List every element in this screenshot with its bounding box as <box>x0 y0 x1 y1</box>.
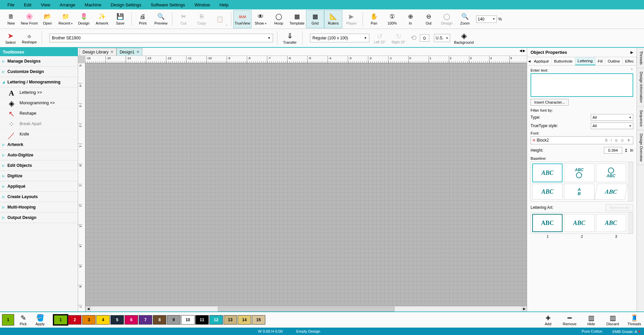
color-swatch-5[interactable]: 5 <box>110 315 124 325</box>
units-combo[interactable]: U.S.▼ <box>434 34 450 42</box>
truetype-combo[interactable]: All▼ <box>591 122 633 129</box>
remove-color-button[interactable]: −Remove <box>562 314 577 326</box>
color-swatch-8[interactable]: 8 <box>153 315 166 325</box>
docker-design-overview[interactable]: Design Overview <box>637 130 644 165</box>
recent-button[interactable]: 📁Recent <box>57 10 75 28</box>
canvas-grid[interactable] <box>86 63 527 306</box>
horizontal-scrollbar[interactable]: ◀ ▶ <box>86 306 527 311</box>
reshape-tool-button[interactable]: ⟐Reshape <box>21 30 38 46</box>
tab-outline[interactable]: Outline <box>605 58 622 65</box>
docker-sequence[interactable]: Sequence <box>637 107 644 131</box>
color-swatch-7[interactable]: 7 <box>139 315 152 325</box>
color-swatch-3[interactable]: 3 <box>82 315 96 325</box>
baseline-option-1[interactable]: ABC <box>532 163 563 182</box>
menu-window[interactable]: Window <box>190 1 215 9</box>
color-swatch-2[interactable]: 2 <box>68 315 81 325</box>
transfer-button[interactable]: ⇓Transfer <box>281 30 298 46</box>
template-button[interactable]: ▦Template <box>288 10 306 28</box>
baselines-scrollbar[interactable] <box>628 162 633 201</box>
menu-machine[interactable]: Machine <box>80 1 106 9</box>
tab-prev[interactable]: ◀ <box>519 49 522 52</box>
tool-monogramming[interactable]: ◈Monogramming >> <box>0 98 78 108</box>
open-button[interactable]: 📂Open <box>38 10 57 28</box>
tab-applique[interactable]: Appliqué <box>532 58 552 65</box>
trueview-button[interactable]: ʍʍTrueView <box>233 10 251 28</box>
menu-help[interactable]: Help <box>215 1 233 9</box>
pan-button[interactable]: ✋Pan <box>365 10 383 28</box>
tool-knife[interactable]: ／Knife <box>0 129 78 140</box>
rotate-count-input[interactable] <box>420 34 429 42</box>
tab-design1[interactable]: Design1✕ <box>116 48 142 55</box>
baseline-option-2[interactable]: ABC <box>564 163 594 182</box>
height-input[interactable] <box>604 147 622 154</box>
print-button[interactable]: 🖨Print <box>134 10 152 28</box>
menu-design-settings[interactable]: Design Settings <box>106 1 146 9</box>
tab-effects[interactable]: Effec <box>623 58 637 65</box>
menu-software-settings[interactable]: Software Settings <box>146 1 190 9</box>
insert-design-button[interactable]: 🌷Design <box>75 10 93 28</box>
menu-view[interactable]: View <box>36 1 55 9</box>
baseline-option-6[interactable]: ABC <box>594 184 628 200</box>
menu-file[interactable]: File <box>3 1 19 9</box>
scroll-thumb[interactable] <box>218 307 394 311</box>
toolbox-output-design[interactable]: Output Design <box>0 213 78 223</box>
tab-lettering[interactable]: Lettering <box>575 57 596 65</box>
close-icon[interactable]: ✕ <box>110 50 113 54</box>
tab-prev[interactable]: ◀ <box>527 60 532 63</box>
tab-fill[interactable]: Fill <box>596 58 606 65</box>
font-combo[interactable]: ≋ Block2B I ⊘ ⊙ ▼ <box>531 136 633 144</box>
color-swatch-11[interactable]: 11 <box>195 315 209 325</box>
tab-buttonhole[interactable]: Buttonhole <box>552 58 575 65</box>
lettering-art-1[interactable]: ABC <box>532 214 563 232</box>
color-swatch-13[interactable]: 13 <box>224 315 237 325</box>
letterart-scrollbar[interactable] <box>628 213 633 233</box>
zoom-button[interactable]: 🔍Zoom <box>456 10 474 28</box>
pick-color-button[interactable]: ✎Pick <box>15 314 31 326</box>
toolbox-auto-digitize[interactable]: Auto-Digitize <box>0 150 78 160</box>
toolbox-applique[interactable]: Appliqué <box>0 181 78 192</box>
menu-edit[interactable]: Edit <box>19 1 36 9</box>
tool-lettering[interactable]: ALettering >> <box>0 87 78 98</box>
color-swatch-15[interactable]: 15 <box>252 315 265 325</box>
discard-color-button[interactable]: ▥Discard <box>605 314 620 326</box>
enter-text-input[interactable] <box>531 73 633 97</box>
toolbox-manage-designs[interactable]: Manage Designs <box>0 56 78 67</box>
grid-button[interactable]: ▦Grid <box>306 10 324 28</box>
collapse-icon[interactable]: ⌃ <box>631 68 633 73</box>
collapse-icon[interactable]: ▶ <box>631 50 633 54</box>
add-color-button[interactable]: +Add <box>540 314 556 326</box>
toolbox-create-layouts[interactable]: Create Layouts <box>0 192 78 202</box>
save-button[interactable]: 💾Save <box>111 10 129 28</box>
show-button[interactable]: 👁Show <box>251 10 270 28</box>
toolbox-lettering[interactable]: Lettering / Monogramming <box>0 77 78 87</box>
scroll-left-icon[interactable]: ◀ <box>86 306 91 311</box>
canvas[interactable]: -16-15-14-13-12-11-10-9-8-7-6-5-4-3-2-10… <box>78 56 527 311</box>
hide-color-button[interactable]: ▥Hide <box>583 314 599 326</box>
apply-color-button[interactable]: 🪣Apply <box>32 314 48 326</box>
docker-threads[interactable]: Threads <box>637 48 644 68</box>
color-swatch-10[interactable]: 10 <box>181 315 195 325</box>
zoom-out-button[interactable]: ⊖Out <box>419 10 438 28</box>
zoom-in-button[interactable]: ⊕In <box>401 10 419 28</box>
preview-button[interactable]: 🔍Preview <box>152 10 170 28</box>
tab-design-library[interactable]: Design Library✕ <box>79 48 116 55</box>
color-swatch-1[interactable]: 1 <box>54 315 67 325</box>
baseline-option-5[interactable]: AB <box>564 184 594 200</box>
baseline-option-3[interactable]: ABC <box>596 163 626 182</box>
tool-break-apart[interactable]: ⁘Break Apart <box>0 119 78 129</box>
current-color-swatch[interactable]: 1 <box>2 314 14 326</box>
select-tool-button[interactable]: ➤Select <box>2 30 19 46</box>
toolbox-edit-objects[interactable]: Edit Objects <box>0 160 78 171</box>
hoop-combo[interactable]: Regular (100 x 100)▼ <box>310 34 369 42</box>
type-combo[interactable]: All▼ <box>591 114 633 121</box>
color-swatch-4[interactable]: 4 <box>96 315 110 325</box>
toolbox-digitize[interactable]: Digitize <box>0 171 78 181</box>
color-swatch-14[interactable]: 14 <box>238 315 251 325</box>
machine-combo[interactable]: Brother SE1900▼ <box>49 34 273 42</box>
color-swatch-6[interactable]: 6 <box>125 315 138 325</box>
lettering-art-2[interactable]: ABC <box>564 214 594 232</box>
tab-next[interactable]: ▶ <box>523 49 526 52</box>
menu-arrange[interactable]: Arrange <box>55 1 80 9</box>
background-button[interactable]: ◈Background <box>455 30 472 46</box>
hoop-button[interactable]: ◯Hoop <box>270 10 288 28</box>
